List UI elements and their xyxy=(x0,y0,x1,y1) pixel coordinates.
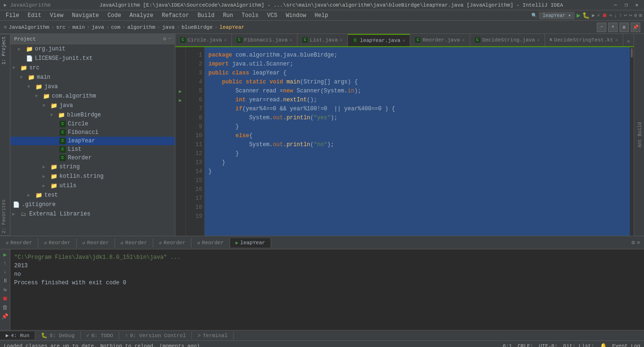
settings-icon[interactable]: ⚙ xyxy=(634,12,637,18)
run-tab-reorder6[interactable]: ↺ Reorder xyxy=(191,238,230,248)
menu-code[interactable]: Code xyxy=(104,11,125,20)
notification-icon[interactable]: 🔔 xyxy=(600,343,607,347)
run-close-icon[interactable]: ✕ xyxy=(637,239,640,246)
menu-refactor[interactable]: Refactor xyxy=(158,11,193,20)
bc-project[interactable]: JavaAlgorithm xyxy=(9,25,50,30)
run-config-selector[interactable]: leapYear ▾ xyxy=(539,12,575,19)
close-button[interactable]: ✕ xyxy=(633,2,640,8)
pin-button[interactable]: 📌 xyxy=(631,23,640,32)
bc-com[interactable]: com xyxy=(111,25,121,30)
tab-decidestringtest[interactable]: K DecideStringTest.kt ✕ xyxy=(545,34,623,46)
tab-reorder[interactable]: C Reorder.java ✕ xyxy=(410,34,470,46)
close-tab-icon[interactable]: ✕ xyxy=(537,37,540,43)
bottom-tab-run[interactable]: ▶ 4: Run xyxy=(0,331,35,339)
bc-algorithm[interactable]: algorithm xyxy=(127,25,155,30)
tree-item-gitignore[interactable]: 📄 .gitignore xyxy=(10,200,175,209)
run-button[interactable]: ▶ xyxy=(577,11,580,19)
menu-tools[interactable]: Tools xyxy=(238,11,263,20)
event-log[interactable]: Event Log xyxy=(612,343,640,347)
run-gutter-icon[interactable]: ▶ xyxy=(179,96,182,105)
run-gutter-icon[interactable]: ▶ xyxy=(179,87,182,96)
grid-icon[interactable]: ⊞ xyxy=(639,12,642,18)
run-tab-reorder3[interactable]: ↺ Reorder xyxy=(77,238,115,248)
more-tabs-button[interactable]: » xyxy=(623,37,634,46)
run-clear-icon[interactable]: 🗑 xyxy=(2,304,8,311)
tree-item-main[interactable]: ▼ 📁 main xyxy=(10,73,175,82)
bottom-tab-todo[interactable]: ✓ 6: TODO xyxy=(81,331,119,339)
bc-src[interactable]: src xyxy=(56,25,66,30)
tree-item-leapyear[interactable]: C leapYear xyxy=(10,137,175,145)
close-tab-icon[interactable]: ✕ xyxy=(289,37,292,43)
tree-item-org-junit[interactable]: ▶ 📁 org.junit xyxy=(10,44,175,54)
run-pause-icon[interactable]: ⏸ xyxy=(2,277,8,284)
run-tab-reorder2[interactable]: ↺ Reorder xyxy=(38,238,76,248)
code-content[interactable]: package com.algorithm.java.blueBirdge; i… xyxy=(205,47,630,236)
favorites-panel-label[interactable]: 2: Favorites xyxy=(0,198,10,236)
project-settings-icon[interactable]: ⚙ xyxy=(163,36,166,42)
profile-button[interactable]: ⚡ xyxy=(597,12,600,18)
menu-view[interactable]: View xyxy=(46,11,67,20)
vcs-status[interactable]: Git: List: xyxy=(563,343,594,347)
run-tab-reorder5[interactable]: ↺ Reorder xyxy=(153,238,191,248)
tree-item-license[interactable]: 📄 LICENSE-junit.txt xyxy=(10,54,175,63)
tree-item-test[interactable]: ▶ 📁 test xyxy=(10,190,175,200)
tab-list[interactable]: C List.java ✕ xyxy=(297,34,347,46)
step-out-icon[interactable]: ↑ xyxy=(619,13,622,18)
run-play-icon[interactable]: ▶ xyxy=(3,251,7,258)
maximize-button[interactable]: ❐ xyxy=(623,2,630,8)
step-over-icon[interactable]: ↷ xyxy=(609,12,612,18)
undo-icon[interactable]: ↩ xyxy=(624,12,627,18)
scrollbar-thumb[interactable] xyxy=(631,48,633,58)
close-tab-icon[interactable]: ✕ xyxy=(462,37,465,43)
menu-window[interactable]: Window xyxy=(282,11,310,20)
bottom-tab-debug[interactable]: 🐛 5: Debug xyxy=(35,331,81,339)
tree-item-list[interactable]: C List xyxy=(10,145,175,154)
run-settings-icon[interactable]: ⚙ xyxy=(632,239,635,246)
bc-java[interactable]: java xyxy=(91,25,104,30)
run-tab-leapyear[interactable]: ▶ leapYear xyxy=(230,238,272,248)
menu-navigate[interactable]: Navigate xyxy=(68,11,103,20)
tree-item-circle[interactable]: C Circle xyxy=(10,120,175,128)
editor-scrollbar[interactable] xyxy=(630,47,634,236)
project-collapse-icon[interactable]: − xyxy=(168,36,171,42)
run-stop-icon[interactable]: ⏹ xyxy=(2,295,8,302)
tree-item-string[interactable]: ▶ 📁 string xyxy=(10,162,175,172)
maven-projects-label[interactable]: Maven Projects xyxy=(634,111,636,158)
coverage-button[interactable]: ▶ xyxy=(592,12,595,18)
line-ending[interactable]: CRLF: xyxy=(518,343,533,347)
cursor-position[interactable]: 6:1 xyxy=(503,343,512,347)
close-tab-icon[interactable]: ✕ xyxy=(340,37,343,43)
stop-button[interactable]: ⏹ xyxy=(602,12,607,18)
debug-button[interactable]: 🐛 xyxy=(582,12,590,19)
redo-icon[interactable]: ↪ xyxy=(629,12,632,18)
run-pin-icon[interactable]: 📌 xyxy=(1,313,8,320)
tab-decidestring[interactable]: C DecideString.java ✕ xyxy=(470,34,545,46)
tree-item-kotlin-string[interactable]: ▶ 📁 kotlin.string xyxy=(10,172,175,181)
menu-analyze[interactable]: Analyze xyxy=(126,11,157,20)
expand-button[interactable]: + xyxy=(608,23,618,32)
search-icon[interactable]: 🔍 xyxy=(531,13,537,18)
run-up-icon[interactable]: ↑ xyxy=(3,260,7,267)
close-tab-icon[interactable]: ✕ xyxy=(615,37,618,43)
tab-circle[interactable]: C Circle.java ✕ xyxy=(175,34,232,46)
run-wrap-icon[interactable]: ⇆ xyxy=(3,286,7,293)
collapse-all-button[interactable]: − xyxy=(597,23,606,32)
tree-item-fibonacci[interactable]: C Fibonacci xyxy=(10,128,175,137)
menu-vcs[interactable]: VCS xyxy=(264,11,281,20)
step-into-icon[interactable]: ↓ xyxy=(614,13,617,18)
bc-main[interactable]: main xyxy=(72,25,84,30)
tab-fibonacci[interactable]: C Fibonacci.java ✕ xyxy=(232,34,297,46)
tree-item-utils[interactable]: ▶ 📁 utils xyxy=(10,181,175,190)
minimize-button[interactable]: — xyxy=(612,2,619,8)
bc-java2[interactable]: java xyxy=(162,25,174,30)
menu-help[interactable]: Help xyxy=(311,11,332,20)
tree-item-bluebird[interactable]: ▼ 📁 blueBirdge xyxy=(10,110,175,120)
encoding[interactable]: UTF-8: xyxy=(539,343,558,347)
bc-bluebird[interactable]: blueBirdge xyxy=(182,25,213,30)
tree-item-src[interactable]: ▼ 📁 src xyxy=(10,63,175,73)
tree-item-java-root[interactable]: ▼ 📁 java xyxy=(10,82,175,91)
close-tab-icon[interactable]: ✕ xyxy=(224,37,227,43)
sidebar-toggle-icon[interactable]: ≡ xyxy=(4,25,7,30)
project-panel-label[interactable]: 1: Project xyxy=(0,34,10,66)
run-tab-reorder4[interactable]: ↺ Reorder xyxy=(115,238,153,248)
